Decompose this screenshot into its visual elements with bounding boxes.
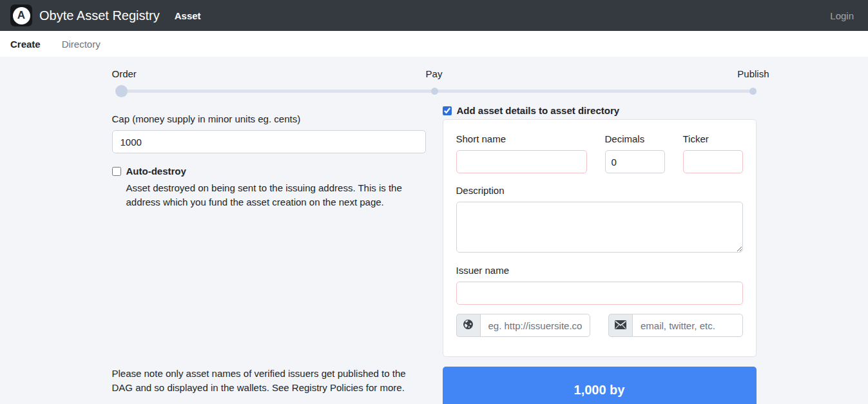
registry-policies-note: Please note only asset names of verified… [112,367,420,395]
ticker-label: Ticker [683,133,743,144]
contact-addon [608,314,632,337]
create-asset-submit-button[interactable]: 1,000 by [443,367,757,404]
short-name-input[interactable] [456,150,587,173]
step-label-publish: Publish [737,68,769,79]
cap-input[interactable] [112,130,426,153]
issuer-name-input[interactable] [456,282,743,305]
nav-item-asset[interactable]: Asset [175,10,201,21]
stepper-dot-pay [431,88,438,95]
contact-input[interactable] [632,314,743,337]
obyte-logo[interactable]: A [10,5,32,26]
obyte-logo-icon: A [13,7,30,24]
add-to-directory-label: Add asset details to asset directory [457,105,620,116]
autodestroy-checkbox[interactable] [112,167,121,176]
issuer-name-label: Issuer name [456,265,743,276]
stepper-dot-publish [749,88,757,95]
autodestroy-help-text: Asset destroyed on being sent to the iss… [126,181,426,209]
globe-icon [463,319,474,332]
asset-details-card: Short name Decimals Ticker Description [443,119,757,357]
step-label-pay: Pay [426,68,443,79]
login-link[interactable]: Login [830,10,858,21]
autodestroy-label: Auto-destroy [126,166,186,177]
decimals-label: Decimals [605,133,665,144]
ticker-input[interactable] [683,150,743,173]
right-column: Add asset details to asset directory Sho… [443,97,757,404]
cap-label: Cap (money supply in minor units eg. cen… [112,113,426,124]
description-textarea[interactable] [456,202,743,253]
progress-stepper: Order Pay Publish [112,57,757,97]
website-addon [456,314,480,337]
add-to-directory-checkbox[interactable] [443,106,452,115]
tab-directory[interactable]: Directory [62,39,101,50]
secondary-nav: Create Directory [0,31,868,57]
step-label-order: Order [112,68,137,79]
left-column: Cap (money supply in minor units eg. cen… [112,97,426,404]
short-name-label: Short name [456,133,587,144]
stepper-dot-order-active [115,85,128,97]
top-navbar: A Obyte Asset Registry Asset Login [0,0,868,31]
main-content: Order Pay Publish Cap (money supply in m… [112,57,757,404]
description-label: Description [456,185,743,196]
decimals-input[interactable] [605,150,665,173]
website-input[interactable] [480,314,591,337]
tab-create[interactable]: Create [10,39,41,50]
brand-title[interactable]: Obyte Asset Registry [39,8,160,23]
envelope-icon [615,320,626,331]
